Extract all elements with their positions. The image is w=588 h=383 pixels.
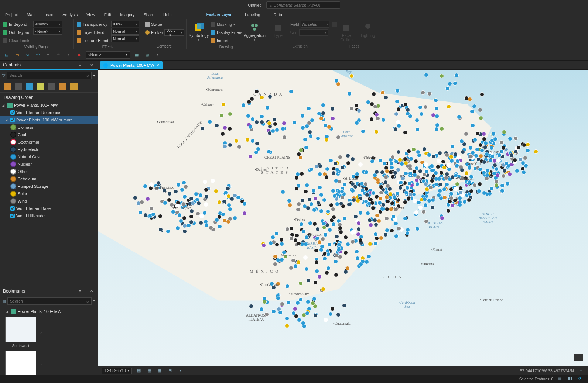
list-by-source-icon[interactable] — [15, 83, 22, 90]
chevron-right-icon[interactable]: › — [38, 362, 44, 366]
constraint-1-icon[interactable]: ▦ — [136, 368, 142, 374]
map-view[interactable]: C A N A D A U N I T E D S T A T E S M É … — [98, 69, 588, 366]
toc-layer[interactable]: ◢ Power Plants, 100 MW or more — [0, 116, 98, 124]
map-tab[interactable]: 🌐 Power Plants, 100+ MW ✕ — [100, 61, 163, 69]
bookmark-icon[interactable]: ◆ — [75, 51, 83, 59]
options-icon[interactable]: ▾ — [77, 62, 83, 68]
collapse-icon[interactable]: ◢ — [6, 310, 10, 313]
legend-item[interactable]: Petroleum — [0, 175, 98, 183]
legend-item[interactable]: Biomass — [0, 124, 98, 131]
tab-labeling[interactable]: Labeling — [243, 11, 263, 18]
selection-list-icon[interactable]: ▤ — [558, 376, 564, 382]
list-by-snapping-icon[interactable] — [48, 83, 55, 90]
menu-insert[interactable]: Insert — [44, 13, 54, 17]
chevron-right-icon[interactable]: › — [38, 330, 44, 335]
options-icon[interactable]: ▾ — [77, 288, 83, 294]
tab-feature-layer[interactable]: Feature Layer — [204, 11, 234, 18]
swipe-button[interactable]: Swipe — [145, 21, 184, 28]
bookmarks-search-input[interactable] — [10, 299, 85, 303]
display-filters-button[interactable]: Display Filters — [211, 29, 242, 36]
list-by-perceptual-icon[interactable] — [70, 83, 78, 90]
redo-drop-icon[interactable]: ▾ — [65, 51, 72, 59]
transparency-dropdown[interactable]: 0.0%▾ — [111, 21, 139, 27]
undo-drop-icon[interactable]: ▾ — [44, 51, 52, 59]
pin-icon[interactable]: ⊥ — [83, 288, 89, 294]
list-by-drawing-icon[interactable] — [4, 83, 11, 90]
tool-a-icon[interactable]: ▦ — [133, 51, 140, 59]
toc-map-node[interactable]: ◢ Power Plants, 100+ MW — [0, 101, 98, 109]
legend-item[interactable]: Wind — [0, 197, 98, 205]
layer-visibility-checkbox[interactable] — [10, 214, 15, 218]
legend-item[interactable]: Coal — [0, 131, 98, 138]
undo-icon[interactable]: ↶ — [34, 51, 41, 59]
bookmarks-search[interactable]: ⌕ — [7, 297, 92, 305]
snap-drop-icon[interactable]: ▾ — [177, 368, 184, 374]
in-beyond-dropdown[interactable]: <None>▾ — [33, 21, 62, 27]
filter-icon[interactable]: ▽ — [2, 73, 5, 78]
constraint-2-icon[interactable]: ▦ — [146, 368, 153, 374]
coords-menu-icon[interactable]: ▾ — [578, 368, 584, 374]
list-by-selection-icon[interactable] — [26, 83, 33, 90]
bookmark-item[interactable]: Southwest — [5, 317, 36, 348]
contents-search[interactable]: ⌕ — [7, 72, 92, 79]
qat-combo[interactable]: <None>▾ — [86, 51, 130, 59]
refresh-icon[interactable]: ⟳ — [578, 376, 584, 382]
search-options-icon[interactable]: ▾ — [93, 73, 95, 78]
open-project-icon[interactable]: 🗀 — [13, 51, 21, 59]
pin-icon[interactable]: ⊥ — [83, 62, 89, 68]
import-button[interactable]: Import — [211, 37, 242, 44]
close-icon[interactable]: ✕ — [156, 63, 160, 68]
snapping-icon[interactable]: ⊞ — [167, 368, 173, 374]
layer-visibility-checkbox[interactable] — [10, 206, 15, 211]
contents-tree[interactable]: ◢ Power Plants, 100+ MW World Terrain Re… — [0, 101, 98, 286]
masking-button[interactable]: Masking▾ — [211, 21, 242, 28]
new-project-icon[interactable]: ▤ — [3, 51, 10, 59]
aggregation-button[interactable]: Aggregation ▾ — [245, 21, 264, 43]
toc-layer[interactable]: World Terrain Reference — [0, 109, 98, 116]
menu-icon[interactable]: ≡ — [93, 299, 95, 303]
legend-item[interactable]: Solar — [0, 190, 98, 197]
tab-data[interactable]: Data — [271, 11, 284, 18]
tool-b-icon[interactable]: ▦ — [143, 51, 151, 59]
save-icon[interactable]: 🖫 — [24, 51, 31, 59]
legend-item[interactable]: Natural Gas — [0, 153, 98, 161]
scale-combo[interactable]: 1:24,896,718▾ — [102, 368, 132, 374]
close-icon[interactable]: ✕ — [89, 62, 95, 68]
legend-item[interactable]: Other — [0, 168, 98, 175]
list-by-labeling-icon[interactable] — [59, 83, 66, 90]
legend-item[interactable]: Pumped Storage — [0, 183, 98, 190]
layer-blend-dropdown[interactable]: Normal▾ — [111, 28, 139, 35]
redo-icon[interactable]: ↷ — [55, 51, 62, 59]
menu-project[interactable]: Project — [5, 13, 18, 17]
selection-pause-icon[interactable]: ▮▮ — [568, 376, 574, 382]
menu-edit[interactable]: Edit — [104, 13, 111, 17]
out-beyond-dropdown[interactable]: <None>▾ — [33, 28, 62, 35]
toc-base-layer[interactable]: World Terrain Base — [0, 205, 98, 212]
legend-item[interactable]: Hydroelectric — [0, 146, 98, 153]
constraint-3-icon[interactable]: ▦ — [156, 368, 163, 374]
symbology-button[interactable]: Symbology ▾ — [189, 21, 208, 43]
layer-visibility-checkbox[interactable] — [10, 110, 15, 115]
menu-imagery[interactable]: Imagery — [120, 13, 135, 17]
toc-base-layer[interactable]: World Hillshade — [0, 212, 98, 220]
bookmark-item[interactable] — [5, 351, 36, 375]
menu-help[interactable]: Help — [163, 13, 172, 17]
tool-c-icon[interactable]: ▾ — [154, 51, 161, 59]
expand-icon[interactable]: ◢ — [5, 118, 9, 122]
bookmark-tool-icon[interactable]: ▤ — [2, 299, 6, 304]
bookmarks-group[interactable]: ◢ Power Plants, 100+ MW — [4, 308, 94, 315]
collapse-icon[interactable]: ◢ — [2, 104, 6, 107]
flicker-value[interactable]: 500.0 ms▾ — [164, 29, 184, 36]
menu-share[interactable]: Share — [144, 13, 154, 17]
legend-item[interactable]: Geothermal — [0, 138, 98, 146]
layer-visibility-checkbox[interactable] — [10, 118, 15, 122]
navigator-icon[interactable] — [574, 354, 583, 361]
close-icon[interactable]: ✕ — [89, 288, 95, 294]
list-by-editing-icon[interactable] — [37, 83, 44, 90]
command-search[interactable]: ⌕ Command Search (Alt+Q) — [266, 1, 340, 9]
menu-map[interactable]: Map — [27, 13, 34, 17]
menu-view[interactable]: View — [86, 13, 95, 17]
menu-analysis[interactable]: Analysis — [62, 13, 78, 17]
legend-item[interactable]: Nuclear — [0, 161, 98, 168]
feature-blend-dropdown[interactable]: Normal▾ — [111, 35, 139, 42]
